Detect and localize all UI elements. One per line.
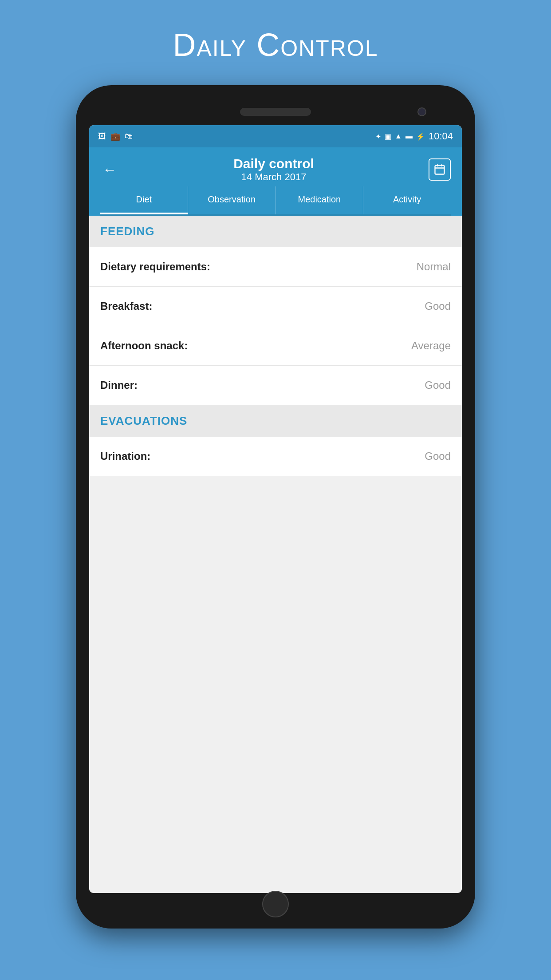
feeding-section-header: FEEDING bbox=[89, 216, 462, 247]
phone-camera bbox=[417, 107, 426, 116]
evacuations-section-header: EVACUATIONS bbox=[89, 405, 462, 437]
calendar-button[interactable] bbox=[429, 158, 451, 181]
afternoon-snack-value: Average bbox=[411, 340, 451, 352]
page-title: Daily Control bbox=[173, 27, 378, 63]
table-row[interactable]: Breakfast: Good bbox=[89, 287, 462, 326]
content-area: FEEDING Dietary requirements: Normal Bre… bbox=[89, 216, 462, 893]
status-icons-left: 🖼 💼 🛍 bbox=[98, 131, 133, 141]
home-button[interactable] bbox=[262, 891, 289, 917]
dietary-requirements-label: Dietary requirements: bbox=[100, 261, 210, 273]
dinner-label: Dinner: bbox=[100, 379, 138, 391]
dietary-requirements-value: Normal bbox=[417, 261, 451, 273]
table-row[interactable]: Dietary requirements: Normal bbox=[89, 247, 462, 287]
image-icon: 🖼 bbox=[98, 132, 106, 141]
app-header: ← Daily control 14 March 2017 bbox=[89, 147, 462, 216]
tab-bar: Diet Observation Medication Activity bbox=[100, 186, 451, 216]
header-title: Daily control bbox=[119, 156, 429, 171]
feeding-title: FEEDING bbox=[100, 225, 451, 238]
urination-label: Urination: bbox=[100, 450, 150, 462]
signal-icon: ▬ bbox=[405, 132, 413, 140]
status-icons-right: ✦ ▣ ▲ ▬ ⚡ 10:04 bbox=[375, 130, 453, 142]
table-row[interactable]: Dinner: Good bbox=[89, 366, 462, 405]
battery-icon: ⚡ bbox=[416, 132, 425, 141]
header-date: 14 March 2017 bbox=[119, 171, 429, 183]
svg-rect-0 bbox=[435, 166, 445, 174]
afternoon-snack-label: Afternoon snack: bbox=[100, 340, 188, 352]
phone-screen: 🖼 💼 🛍 ✦ ▣ ▲ ▬ ⚡ 10:04 ← Daily control 14… bbox=[89, 125, 462, 893]
table-row[interactable]: Afternoon snack: Average bbox=[89, 326, 462, 366]
breakfast-label: Breakfast: bbox=[100, 300, 152, 312]
briefcase-icon: 💼 bbox=[110, 131, 120, 141]
evacuations-title: EVACUATIONS bbox=[100, 414, 451, 428]
back-button[interactable]: ← bbox=[100, 159, 119, 180]
breakfast-value: Good bbox=[425, 300, 451, 312]
status-bar: 🖼 💼 🛍 ✦ ▣ ▲ ▬ ⚡ 10:04 bbox=[89, 125, 462, 147]
tab-medication[interactable]: Medication bbox=[276, 186, 364, 214]
bluetooth-icon: ✦ bbox=[375, 132, 381, 141]
tab-observation[interactable]: Observation bbox=[188, 186, 276, 214]
wifi-icon: ▲ bbox=[395, 132, 402, 140]
tab-activity[interactable]: Activity bbox=[363, 186, 451, 214]
phone-bottom bbox=[89, 893, 462, 915]
vibrate-icon: ▣ bbox=[385, 132, 391, 141]
status-time: 10:04 bbox=[429, 130, 453, 142]
header-top: ← Daily control 14 March 2017 bbox=[100, 156, 451, 183]
urination-value: Good bbox=[425, 450, 451, 462]
phone-speaker bbox=[240, 108, 311, 116]
tab-diet[interactable]: Diet bbox=[100, 186, 188, 214]
bag-icon: 🛍 bbox=[125, 132, 133, 141]
header-title-group: Daily control 14 March 2017 bbox=[119, 156, 429, 183]
phone-top bbox=[89, 99, 462, 125]
table-row[interactable]: Urination: Good bbox=[89, 437, 462, 476]
phone-container: 🖼 💼 🛍 ✦ ▣ ▲ ▬ ⚡ 10:04 ← Daily control 14… bbox=[76, 85, 475, 929]
dinner-value: Good bbox=[425, 379, 451, 391]
